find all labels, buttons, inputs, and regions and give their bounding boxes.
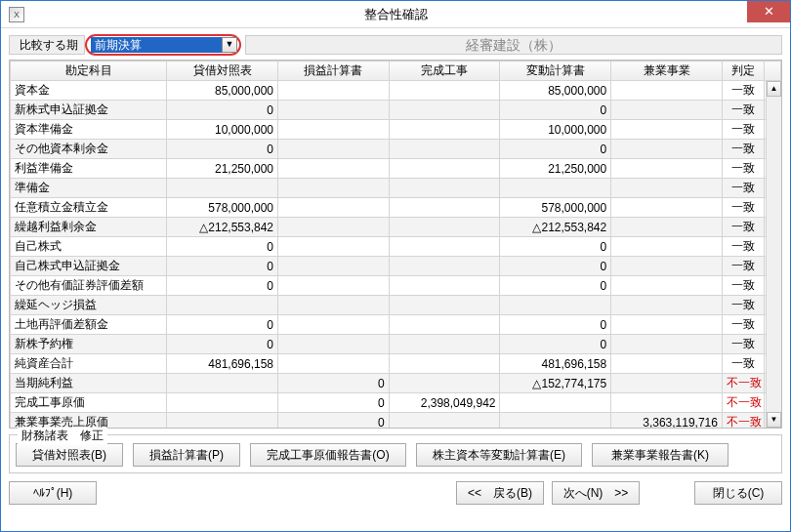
cell-cw <box>389 179 500 198</box>
vertical-scrollbar[interactable]: ▲ ▼ <box>766 81 781 428</box>
cell-kb <box>611 218 723 237</box>
table-row[interactable]: 土地再評価差額金00一致 <box>11 315 781 335</box>
cell-judge: 一致 <box>722 198 764 218</box>
data-grid: 勘定科目 貸借対照表 損益計算書 完成工事 変動計算書 兼業事業 判定 資本金8… <box>9 60 782 429</box>
cb-report-button[interactable]: 株主資本等変動計算書(E) <box>416 443 582 467</box>
cell-pl <box>278 198 390 218</box>
table-row[interactable]: その他資本剰余金00一致 <box>11 140 781 159</box>
compare-period-combo[interactable]: 前期決算 <box>91 37 222 53</box>
cell-kb <box>611 335 723 354</box>
col-cw[interactable]: 完成工事 <box>389 61 500 81</box>
cell-kb <box>611 237 723 257</box>
cell-name: 資本準備金 <box>11 120 167 140</box>
cell-cw <box>389 120 500 140</box>
table-row[interactable]: 準備金一致 <box>11 179 781 198</box>
close-button[interactable]: ✕ <box>747 1 790 22</box>
cell-name: 準備金 <box>11 179 167 198</box>
col-kb[interactable]: 兼業事業 <box>611 61 723 81</box>
cell-pl: 0 <box>278 374 390 393</box>
cell-name: 繰越利益剰余金 <box>11 218 167 237</box>
cell-pl <box>278 257 390 276</box>
cell-judge: 不一致 <box>722 374 764 393</box>
cell-judge: 一致 <box>722 237 764 257</box>
pl-report-button[interactable]: 損益計算書(P) <box>133 443 240 467</box>
cell-cw <box>389 296 500 315</box>
cell-kb <box>611 101 723 120</box>
cell-kb <box>611 393 723 413</box>
table-row[interactable]: 当期純利益0△152,774,175不一致 <box>11 374 781 393</box>
table-row[interactable]: 利益準備金21,250,00021,250,000一致 <box>11 159 781 179</box>
cell-bs: 481,696,158 <box>167 354 278 374</box>
col-account[interactable]: 勘定科目 <box>11 61 167 81</box>
help-button[interactable]: ﾍﾙﾌﾟ(H) <box>9 481 97 505</box>
table-row[interactable]: 純資産合計481,696,158481,696,158一致 <box>11 354 781 374</box>
header-row: 勘定科目 貸借対照表 損益計算書 完成工事 変動計算書 兼業事業 判定 <box>11 61 781 81</box>
col-bs[interactable]: 貸借対照表 <box>167 61 278 81</box>
scroll-up-icon[interactable]: ▲ <box>767 81 781 97</box>
cell-bs <box>167 296 278 315</box>
table-row[interactable]: 自己株式00一致 <box>11 237 781 257</box>
cell-pl <box>278 159 390 179</box>
cell-judge: 一致 <box>722 276 764 296</box>
kb-report-button[interactable]: 兼業事業報告書(K) <box>592 443 729 467</box>
cell-bs: 0 <box>167 335 278 354</box>
cell-cb: 0 <box>500 140 611 159</box>
cell-name: 土地再評価差額金 <box>11 315 167 335</box>
col-cb[interactable]: 変動計算書 <box>500 61 611 81</box>
table-row[interactable]: 完成工事原価02,398,049,942不一致 <box>11 393 781 413</box>
cell-kb: 3,363,119,716 <box>611 413 723 430</box>
cell-cw <box>389 413 500 430</box>
close-dialog-button[interactable]: 閉じる(C) <box>694 481 782 505</box>
table-row[interactable]: 資本準備金10,000,00010,000,000一致 <box>11 120 781 140</box>
table-row[interactable]: 兼業事業売上原価03,363,119,716不一致 <box>11 413 781 430</box>
cell-pl: 0 <box>278 413 390 430</box>
cell-name: 利益準備金 <box>11 159 167 179</box>
table-row[interactable]: 新株予約権00一致 <box>11 335 781 354</box>
cell-judge: 一致 <box>722 140 764 159</box>
cell-pl <box>278 101 390 120</box>
bottom-button-row: ﾍﾙﾌﾟ(H) << 戻る(B) 次へ(N) >> 閉じる(C) <box>9 481 782 505</box>
cell-judge: 一致 <box>722 81 764 101</box>
back-button[interactable]: << 戻る(B) <box>456 481 544 505</box>
cell-name: 完成工事原価 <box>11 393 167 413</box>
cell-bs: 0 <box>167 140 278 159</box>
chevron-down-icon[interactable]: ▼ <box>222 37 237 53</box>
cell-cb: 0 <box>500 101 611 120</box>
cell-cw <box>389 159 500 179</box>
cell-pl <box>278 120 390 140</box>
cell-judge: 一致 <box>722 354 764 374</box>
cell-judge: 一致 <box>722 257 764 276</box>
cell-bs: 21,250,000 <box>167 159 278 179</box>
table-row[interactable]: 自己株式申込証拠金00一致 <box>11 257 781 276</box>
cell-bs: 0 <box>167 237 278 257</box>
cell-cw <box>389 218 500 237</box>
col-pl[interactable]: 損益計算書 <box>278 61 390 81</box>
table-row[interactable]: 繰延ヘッジ損益一致 <box>11 296 781 315</box>
cell-bs: 0 <box>167 276 278 296</box>
cell-cb: 0 <box>500 257 611 276</box>
cw-report-button[interactable]: 完成工事原価報告書(O) <box>250 443 406 467</box>
cell-cb: 0 <box>500 276 611 296</box>
table-row[interactable]: 任意積立金積立金578,000,000578,000,000一致 <box>11 198 781 218</box>
compare-period-label: 比較する期 <box>9 35 85 55</box>
cell-cb <box>500 393 611 413</box>
scroll-down-icon[interactable]: ▼ <box>767 412 781 428</box>
table-row[interactable]: 新株式申込証拠金00一致 <box>11 101 781 120</box>
cell-pl <box>278 179 390 198</box>
cell-bs <box>167 393 278 413</box>
cell-judge: 一致 <box>722 335 764 354</box>
cell-pl <box>278 276 390 296</box>
table-row[interactable]: その他有価証券評価差額00一致 <box>11 276 781 296</box>
cell-judge: 一致 <box>722 159 764 179</box>
bs-report-button[interactable]: 貸借対照表(B) <box>16 443 123 467</box>
next-button[interactable]: 次へ(N) >> <box>552 481 640 505</box>
cell-cw <box>389 354 500 374</box>
col-judge[interactable]: 判定 <box>722 61 764 81</box>
cell-cw <box>389 101 500 120</box>
table-row[interactable]: 資本金85,000,00085,000,000一致 <box>11 81 781 101</box>
table-row[interactable]: 繰越利益剰余金△212,553,842△212,553,842一致 <box>11 218 781 237</box>
cell-cw <box>389 198 500 218</box>
cell-kb <box>611 374 723 393</box>
cell-pl <box>278 218 390 237</box>
cell-judge: 一致 <box>722 120 764 140</box>
